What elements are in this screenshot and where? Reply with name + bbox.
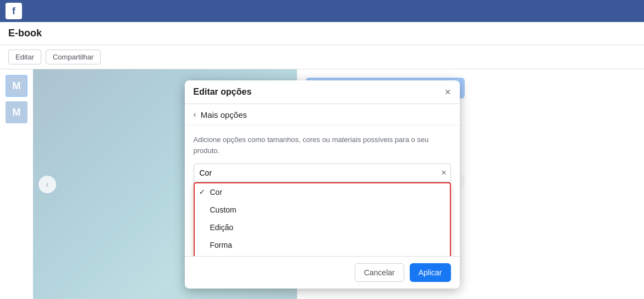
dropdown-item-cor[interactable]: Cor <box>195 183 450 201</box>
dropdown-item-forma[interactable]: Forma <box>195 236 450 254</box>
fb-logo: f <box>5 3 22 19</box>
edit-button[interactable]: Editar <box>8 50 41 64</box>
share-button[interactable]: Compartilhar <box>46 50 101 64</box>
apply-button[interactable]: Aplicar <box>410 263 451 282</box>
modal-overlay: Editar opções × ‹ Mais opções Adicione o… <box>0 69 644 299</box>
fb-logo-letter: f <box>12 6 15 17</box>
top-bar: f <box>0 0 644 22</box>
dropdown-item-edicao[interactable]: Edição <box>195 219 450 236</box>
dropdown-wrapper: × Cor Custom Edição Forma Sabor Formato … <box>194 164 451 182</box>
dropdown-container: × Cor Custom Edição Forma Sabor Formato … <box>194 164 451 182</box>
modal-footer: Cancelar Aplicar <box>185 256 460 289</box>
product-area: M M ‹ 💬 Mensagem Envie uma mensagem ao v… <box>0 69 644 299</box>
page-header: E-book <box>0 22 644 45</box>
page-title: E-book <box>8 28 42 39</box>
dropdown-item-sabor[interactable]: Sabor <box>195 254 450 256</box>
modal-close-button[interactable]: × <box>445 87 451 97</box>
dropdown-item-custom[interactable]: Custom <box>195 201 450 219</box>
modal-header: Editar opções × <box>185 80 460 104</box>
modal-dialog: Editar opções × ‹ Mais opções Adicione o… <box>185 80 460 289</box>
main-area: E-book Editar Compartilhar M M ‹ 💬 Mensa… <box>0 22 644 299</box>
dropdown-clear-icon[interactable]: × <box>441 168 446 178</box>
modal-nav-row: ‹ Mais opções <box>185 104 460 126</box>
toolbar: Editar Compartilhar <box>0 45 644 69</box>
modal-body: Adicione opções como tamanhos, cores ou … <box>185 126 460 256</box>
back-arrow-icon[interactable]: ‹ <box>194 110 196 119</box>
modal-description: Adicione opções como tamanhos, cores ou … <box>194 134 451 156</box>
nav-label: Mais opções <box>201 110 247 119</box>
option-type-input[interactable] <box>194 164 451 182</box>
modal-title: Editar opções <box>194 87 252 97</box>
cancel-button[interactable]: Cancelar <box>355 263 404 282</box>
dropdown-list: Cor Custom Edição Forma Sabor Formato Du… <box>194 182 451 256</box>
